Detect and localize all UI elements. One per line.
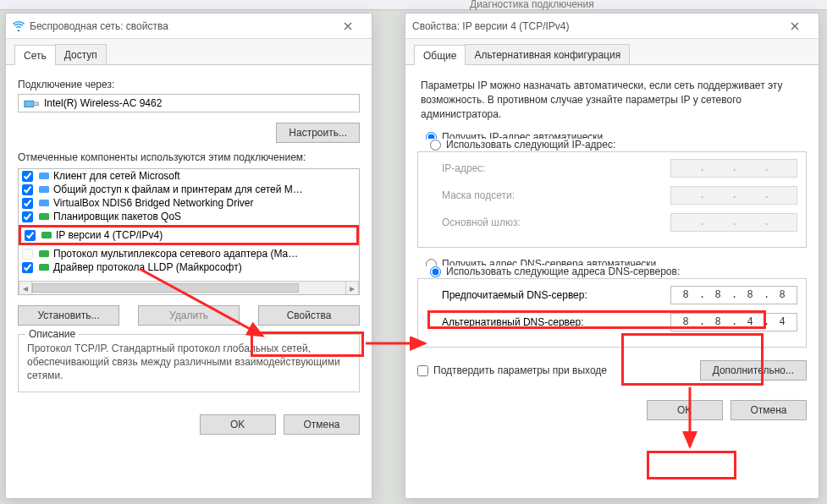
mask-field: ... (670, 186, 797, 205)
ok-button[interactable]: OK (200, 414, 276, 435)
radio-manual-ip[interactable] (430, 140, 441, 151)
protocol-icon (41, 229, 52, 241)
component-label: VirtualBox NDIS6 Bridged Networking Driv… (53, 197, 254, 209)
list-item[interactable]: IP версии 4 (TCP/IPv4) (19, 225, 359, 245)
confirm-on-exit-label: Подтвердить параметры при выходе (433, 364, 607, 376)
tabs-right: Общие Альтернативная конфигурация (405, 39, 819, 65)
list-item[interactable]: Планировщик пакетов QoS (19, 210, 359, 223)
component-checkbox[interactable] (22, 184, 33, 195)
window-wifi-properties: Беспроводная сеть: свойства Сеть Доступ … (5, 13, 372, 499)
connect-through-label: Подключение через: (18, 79, 360, 90)
svg-rect-7 (39, 250, 49, 257)
title-text: Беспроводная сеть: свойства (30, 20, 331, 32)
tab-general[interactable]: Общие (414, 45, 466, 65)
list-item[interactable]: Протокол мультиплексора сетевого адаптер… (19, 247, 359, 260)
tab-access[interactable]: Доступ (55, 44, 107, 64)
wifi-icon (13, 20, 25, 32)
description-legend: Описание (25, 327, 79, 341)
install-button[interactable]: Установить... (18, 305, 119, 326)
svg-rect-0 (25, 101, 34, 107)
component-checkbox[interactable] (22, 198, 33, 209)
radio-manual-dns[interactable] (430, 266, 441, 277)
scroll-thumb[interactable] (32, 283, 299, 293)
component-label: Драйвер протокола LLDP (Майкрософт) (53, 261, 242, 273)
ok-button[interactable]: OK (647, 400, 723, 420)
component-checkbox[interactable] (22, 171, 33, 182)
description-text: Протокол TCP/IP. Стандартный протокол гл… (27, 342, 340, 381)
configure-button[interactable]: Настроить... (276, 123, 360, 143)
ip-field: ... (670, 159, 797, 178)
svg-rect-1 (34, 102, 38, 106)
component-checkbox[interactable] (22, 211, 33, 222)
list-item[interactable]: Общий доступ к файлам и принтерам для се… (19, 183, 359, 196)
protocol-icon (38, 261, 50, 273)
advanced-button[interactable]: Дополнительно... (700, 360, 807, 381)
confirm-on-exit-checkbox[interactable] (417, 365, 428, 376)
radio-manual-dns-label: Использовать следующие адреса DNS-сервер… (446, 266, 680, 277)
component-checkbox[interactable] (22, 249, 33, 260)
components-caption: Отмеченные компоненты используются этим … (18, 151, 360, 163)
tabs-left: Сеть Доступ (6, 39, 372, 65)
gateway-field: ... (670, 213, 797, 232)
mask-label: Маска подсети: (442, 189, 611, 201)
tab-altconfig[interactable]: Альтернативная конфигурация (465, 44, 630, 64)
list-item[interactable]: Драйвер протокола LLDP (Майкрософт) (19, 260, 359, 274)
svg-rect-4 (39, 200, 49, 206)
title-text: Свойства: IP версии 4 (TCP/IPv4) (412, 20, 778, 32)
adapter-field: Intel(R) Wireless-AC 9462 (18, 94, 360, 112)
component-checkbox[interactable] (22, 262, 33, 273)
pref-dns-field[interactable]: 8.8.8.8 (670, 286, 797, 304)
cancel-button[interactable]: Отмена (731, 400, 807, 420)
radio-manual-ip-label: Использовать следующий IP-адрес: (446, 139, 615, 151)
close-icon[interactable] (778, 14, 812, 38)
scroll-right-icon[interactable]: ▸ (345, 282, 359, 294)
window-ipv4-properties: Свойства: IP версии 4 (TCP/IPv4) Общие А… (405, 13, 819, 499)
description-box: Описание Протокол TCP/IP. Стандартный пр… (18, 334, 360, 392)
tab-network[interactable]: Сеть (14, 45, 56, 65)
component-label: Общий доступ к файлам и принтерам для се… (53, 184, 303, 195)
protocol-icon (38, 197, 50, 209)
list-item[interactable]: Клиент для сетей Microsoft (19, 169, 359, 183)
protocol-icon (38, 248, 50, 260)
intro-text: Параметры IP можно назначать автоматичес… (421, 79, 803, 121)
alt-dns-label: Альтернативный DNS-сервер: (442, 316, 611, 328)
protocol-icon (38, 170, 50, 182)
properties-button[interactable]: Свойства (258, 305, 360, 326)
cancel-button[interactable]: Отмена (284, 414, 360, 435)
close-icon[interactable] (331, 14, 365, 38)
protocol-icon (38, 184, 50, 195)
titlebar-right[interactable]: Свойства: IP версии 4 (TCP/IPv4) (405, 14, 819, 39)
svg-rect-2 (39, 173, 49, 179)
component-checkbox[interactable] (25, 230, 36, 241)
ip-label: IP-адрес: (442, 162, 611, 174)
gateway-label: Основной шлюз: (442, 216, 611, 228)
component-label: Клиент для сетей Microsoft (53, 170, 180, 182)
alt-dns-field[interactable]: 8.8.4.4 (670, 313, 797, 331)
pref-dns-label: Предпочитаемый DNS-сервер: (442, 289, 611, 301)
svg-rect-6 (41, 232, 52, 238)
svg-rect-5 (39, 213, 49, 220)
svg-rect-8 (39, 264, 49, 271)
scroll-left-icon[interactable]: ◂ (19, 282, 32, 294)
bg-label: Диагностика подключения (470, 0, 594, 10)
adapter-name: Intel(R) Wireless-AC 9462 (44, 97, 162, 109)
component-label: IP версии 4 (TCP/IPv4) (56, 229, 163, 241)
svg-rect-3 (39, 186, 49, 193)
nic-icon (24, 97, 39, 109)
component-label: Протокол мультиплексора сетевого адаптер… (53, 248, 298, 260)
protocol-icon (38, 211, 50, 222)
h-scrollbar[interactable]: ◂ ▸ (19, 281, 359, 294)
titlebar-left[interactable]: Беспроводная сеть: свойства (6, 14, 372, 39)
list-item[interactable]: VirtualBox NDIS6 Bridged Networking Driv… (19, 196, 359, 210)
components-list[interactable]: Клиент для сетей MicrosoftОбщий доступ к… (18, 168, 360, 295)
component-label: Планировщик пакетов QoS (53, 211, 181, 222)
remove-button[interactable]: Удалить (138, 305, 240, 326)
